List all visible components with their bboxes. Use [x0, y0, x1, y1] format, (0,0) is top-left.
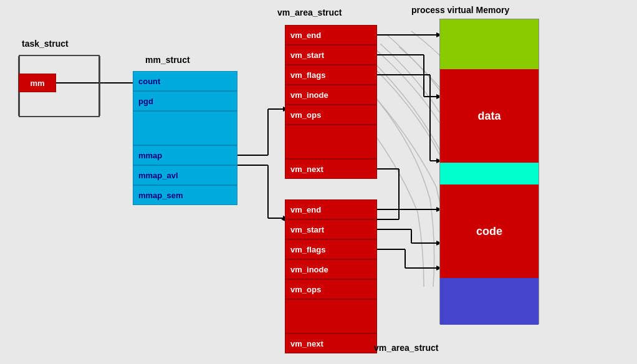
- mem-code-region: code: [440, 184, 539, 278]
- vma-top-next-row: vm_next: [285, 159, 377, 179]
- process-virtual-memory-label: process virtual Memory: [411, 5, 509, 15]
- mm-mmap-label: mmap: [138, 151, 162, 160]
- mm-struct-label: mm_struct: [145, 55, 190, 65]
- task-struct-label: task_struct: [22, 39, 69, 49]
- mem-green-region: [440, 19, 539, 69]
- mm-pgd-row: pgd: [133, 91, 237, 111]
- vma-bot-start-row: vm_start: [285, 219, 377, 239]
- vma-bot-end-row: vm_end: [285, 199, 377, 219]
- mm-mmap-sem-row: mmap_sem: [133, 185, 237, 205]
- vma-top-start-label: vm_start: [290, 50, 324, 60]
- vma-top-box: vm_end vm_start vm_flags vm_inode vm_ops…: [285, 25, 377, 179]
- vma-top-label: vm_area_struct: [277, 7, 342, 17]
- vma-bot-inode-label: vm_inode: [290, 265, 328, 274]
- vma-bot-next-label: vm_next: [290, 339, 323, 348]
- mm-struct-box: count pgd mmap mmap_avl mmap_sem: [133, 71, 237, 205]
- vma-bot-ops-label: vm_ops: [290, 285, 321, 294]
- vma-top-next-label: vm_next: [290, 165, 323, 174]
- vma-top-start-row: vm_start: [285, 45, 377, 65]
- task-mm-label: mm: [30, 79, 44, 88]
- mm-mmap-sem-label: mmap_sem: [138, 191, 183, 200]
- vma-top-inode-row: vm_inode: [285, 85, 377, 105]
- mem-code-label: code: [476, 225, 502, 238]
- vma-top-end-label: vm_end: [290, 31, 321, 40]
- vma-bot-next-row: vm_next: [285, 333, 377, 353]
- vma-top-flags-row: vm_flags: [285, 65, 377, 85]
- vma-bot-ops-row: vm_ops: [285, 279, 377, 299]
- vma-bot-flags-label: vm_flags: [290, 245, 325, 254]
- vma-top-inode-label: vm_inode: [290, 90, 328, 100]
- vma-top-end-row: vm_end: [285, 25, 377, 45]
- mem-cyan-region: [440, 163, 539, 184]
- vma-bot-end-label: vm_end: [290, 205, 321, 214]
- mm-gap: [133, 111, 237, 145]
- mem-data-label: data: [477, 110, 501, 123]
- mm-pgd-label: pgd: [138, 97, 153, 106]
- mem-blue-region: [440, 278, 539, 325]
- mm-mmap-avl-label: mmap_avl: [138, 171, 178, 180]
- mm-mmap-row: mmap: [133, 145, 237, 165]
- vma-top-ops-row: vm_ops: [285, 105, 377, 125]
- diagram-container: process virtual Memory task_struct mm mm…: [0, 0, 637, 364]
- mm-count-row: count: [133, 71, 237, 91]
- vma-bot-flags-row: vm_flags: [285, 239, 377, 259]
- vma-top-flags-label: vm_flags: [290, 70, 325, 80]
- vma-bot-inode-row: vm_inode: [285, 259, 377, 279]
- mm-mmap-avl-row: mmap_avl: [133, 165, 237, 185]
- vma-bot-start-label: vm_start: [290, 225, 324, 234]
- vma-bottom-label: vm_area_struct: [374, 343, 439, 353]
- vma-bot-gap: [285, 299, 377, 333]
- vma-top-ops-label: vm_ops: [290, 110, 321, 120]
- mm-count-label: count: [138, 77, 160, 86]
- vma-top-gap: [285, 125, 377, 159]
- memory-block: data code: [439, 19, 539, 324]
- task-mm-field: mm: [19, 74, 56, 92]
- vma-bottom-box: vm_end vm_start vm_flags vm_inode vm_ops…: [285, 199, 377, 353]
- mem-data-region: data: [440, 69, 539, 163]
